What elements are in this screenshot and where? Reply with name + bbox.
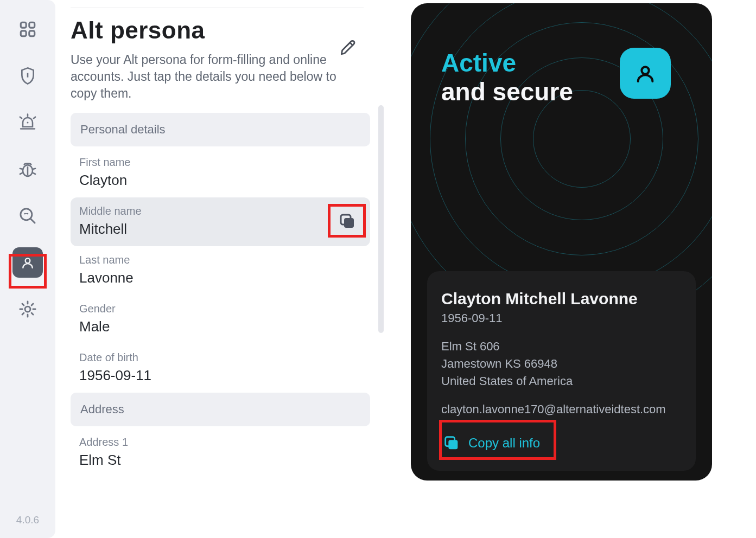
field-value: Elm St [79, 452, 361, 469]
field-first-name[interactable]: First name Clayton [71, 149, 370, 197]
divider [71, 8, 364, 8]
svg-rect-0 [21, 22, 26, 28]
field-label: First name [79, 156, 361, 169]
copy-button[interactable] [334, 208, 360, 234]
status-title: Active and secure [441, 49, 573, 106]
svg-point-26 [641, 67, 649, 74]
field-middle-name[interactable]: Middle name Mitchell [71, 197, 370, 246]
sidebar: 4.0.6 [0, 0, 55, 538]
pencil-icon [339, 38, 358, 56]
status-panel-wrap: Active and secure Clayton Mitchell Lavon… [411, 0, 726, 538]
section-address: Address [71, 393, 370, 426]
field-last-name[interactable]: Last name Lavonne [71, 246, 370, 295]
field-gender[interactable]: Gender Male [71, 295, 370, 344]
field-value: 1956-09-11 [79, 367, 361, 384]
persona-addr1: Elm St 606 [441, 340, 682, 354]
edit-button[interactable] [335, 34, 362, 61]
nav-settings[interactable] [12, 294, 43, 324]
svg-point-5 [27, 121, 28, 123]
search-icon [18, 207, 37, 225]
field-value: Lavonne [79, 270, 361, 286]
copy-all-label: Copy all info [468, 435, 540, 451]
persona-badge [620, 48, 671, 99]
person-icon [634, 62, 656, 84]
copy-icon [442, 434, 461, 452]
field-label: Last name [79, 254, 361, 266]
scrollbar[interactable] [378, 105, 384, 333]
bug-icon [18, 160, 37, 178]
svg-line-12 [20, 169, 23, 169]
nav-antivirus[interactable] [12, 154, 43, 184]
svg-rect-3 [29, 31, 35, 36]
gear-icon [18, 300, 37, 318]
svg-line-15 [33, 172, 35, 174]
persona-dob: 1956-09-11 [441, 311, 682, 325]
section-personal: Personal details [71, 113, 370, 146]
svg-line-14 [20, 172, 23, 174]
form-list: Personal details First name Clayton Midd… [71, 113, 370, 477]
nav-dashboard[interactable] [12, 14, 43, 44]
svg-rect-1 [29, 22, 35, 28]
svg-rect-2 [21, 31, 26, 36]
field-label: Middle name [79, 205, 361, 217]
field-label: Address 1 [79, 436, 361, 449]
svg-point-22 [25, 306, 30, 312]
page-description: Use your Alt persona for form-filling an… [71, 52, 364, 102]
svg-line-7 [20, 117, 22, 119]
alarm-icon [18, 113, 37, 132]
svg-point-21 [26, 258, 30, 263]
field-label: Gender [79, 303, 361, 315]
field-label: Date of birth [79, 351, 361, 364]
svg-line-13 [33, 169, 35, 169]
status-line1: Active [441, 49, 516, 77]
persona-info-box: Clayton Mitchell Lavonne 1956-09-11 Elm … [427, 271, 696, 471]
svg-line-17 [30, 219, 35, 223]
svg-line-23 [350, 43, 353, 46]
field-value: Clayton [79, 172, 361, 189]
status-line2: and secure [441, 78, 573, 106]
status-card: Active and secure Clayton Mitchell Lavon… [411, 3, 712, 481]
copy-all-button[interactable]: Copy all info [441, 431, 545, 456]
person-icon [21, 255, 35, 270]
nav-alerts[interactable] [12, 107, 43, 138]
svg-line-8 [34, 117, 35, 119]
grid-icon [18, 20, 37, 39]
field-value: Mitchell [79, 221, 361, 238]
nav-alt-persona[interactable] [12, 247, 43, 278]
svg-rect-24 [344, 218, 354, 228]
copy-icon [338, 212, 357, 231]
version-label: 4.0.6 [0, 514, 55, 526]
page-title: Alt persona [71, 17, 205, 44]
persona-name: Clayton Mitchell Lavonne [441, 290, 682, 308]
persona-addr3: United States of America [441, 374, 682, 388]
main-content: Alt persona Use your Alt persona for for… [55, 0, 384, 538]
nav-security[interactable] [12, 61, 43, 91]
persona-addr2: Jamestown KS 66948 [441, 357, 682, 371]
shield-icon [19, 66, 36, 86]
persona-email: clayton.lavonne170@alternativeidtest.com [441, 402, 682, 417]
nav-search[interactable] [12, 201, 43, 231]
svg-rect-27 [448, 440, 458, 449]
field-value: Male [79, 318, 361, 335]
field-address1[interactable]: Address 1 Elm St [71, 428, 370, 477]
field-dob[interactable]: Date of birth 1956-09-11 [71, 344, 370, 393]
